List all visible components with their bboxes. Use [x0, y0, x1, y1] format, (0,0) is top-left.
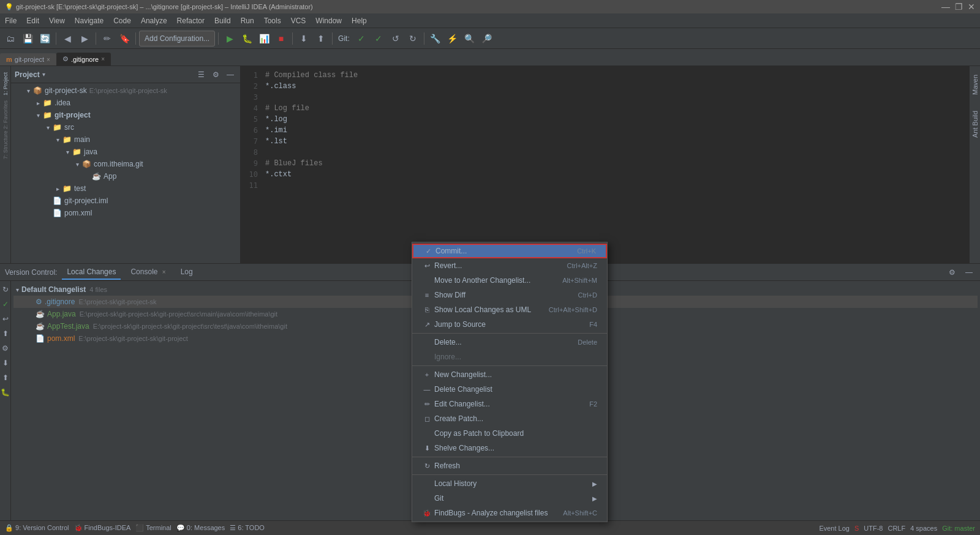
tree-git-project[interactable]: ▾ 📁 git-project: [11, 109, 240, 121]
toolbar-coverage-icon[interactable]: 📊: [256, 31, 272, 47]
toolbar-run-icon[interactable]: ▶: [222, 31, 238, 47]
ctx-jump-source[interactable]: ↗ Jump to Source F4: [412, 317, 607, 332]
toolbar-back-icon[interactable]: ◀: [59, 31, 75, 47]
menu-refactor[interactable]: Refactor: [172, 15, 209, 26]
console-close[interactable]: ×: [162, 269, 166, 275]
ctx-local-history[interactable]: Local History ▶: [412, 476, 607, 491]
tree-java[interactable]: ▾ 📁 java: [11, 146, 240, 158]
menu-tools[interactable]: Tools: [259, 15, 286, 26]
vc-refresh[interactable]: ↻: [1, 283, 10, 296]
toolbar-find-icon[interactable]: 🔎: [479, 31, 495, 47]
tree-test[interactable]: ▸ 📁 test: [11, 182, 240, 195]
ant-build-panel-icon[interactable]: Ant Build: [970, 103, 980, 146]
ctx-git[interactable]: Git ▶: [412, 491, 607, 506]
status-event-log[interactable]: Event Log: [819, 525, 850, 532]
toolbar-git-check2[interactable]: ✓: [371, 31, 386, 47]
tree-package[interactable]: ▾ 📦 com.itheima.git: [11, 158, 240, 170]
menu-help[interactable]: Help: [347, 15, 372, 26]
tab-local-changes[interactable]: Local Changes: [62, 265, 121, 280]
toolbar-debug-icon[interactable]: 🐛: [239, 31, 255, 47]
tab-git-project[interactable]: m git-project ×: [0, 53, 56, 65]
sidebar-item-favorites[interactable]: 2: Favorites: [1, 99, 10, 130]
menu-vcs[interactable]: VCS: [286, 15, 311, 26]
vc-check[interactable]: ✓: [1, 298, 10, 310]
tree-main[interactable]: ▾ 📁 main: [11, 133, 240, 146]
ctx-create-patch[interactable]: ◻ Create Patch...: [412, 411, 607, 426]
status-todo[interactable]: ☰ 6: TODO: [230, 524, 265, 532]
toolbar-edit-icon[interactable]: ✏: [99, 31, 115, 47]
vc-settings2[interactable]: ⚙: [1, 342, 10, 354]
ctx-commit[interactable]: ✓ Commit... Ctrl+K: [412, 244, 607, 258]
close-button[interactable]: ✕: [968, 2, 975, 12]
status-messages[interactable]: 💬 0: Messages: [176, 524, 225, 532]
menu-code[interactable]: Code: [108, 15, 136, 26]
tree-pom[interactable]: 📄 pom.xml: [11, 207, 240, 219]
toolbar-git-icon4[interactable]: ↻: [405, 31, 421, 47]
maximize-button[interactable]: ❐: [955, 2, 963, 12]
vc-arrow-up[interactable]: ⬆: [1, 327, 10, 340]
tree-src[interactable]: ▾ 📁 src: [11, 121, 240, 133]
toolbar-forward-icon[interactable]: ▶: [77, 31, 92, 47]
ctx-edit-changelist[interactable]: ✏ Edit Changelist... F2: [412, 397, 607, 411]
toolbar-config-dropdown[interactable]: Add Configuration...: [139, 31, 215, 47]
toolbar-stop-icon[interactable]: ■: [273, 31, 289, 47]
tab-close-git-project[interactable]: ×: [47, 56, 50, 63]
ctx-show-diff[interactable]: ≡ Show Diff Ctrl+D: [412, 288, 607, 302]
tab-gitignore[interactable]: ⚙ .gitignore ×: [56, 53, 111, 65]
toolbar-commit-icon[interactable]: ⬆: [313, 31, 329, 47]
status-encoding[interactable]: UTF-8: [864, 525, 883, 532]
status-spaces[interactable]: 4 spaces: [910, 525, 937, 532]
ctx-delete-changelist[interactable]: — Delete Changelist: [412, 382, 607, 397]
ctx-move-changelist[interactable]: Move to Another Changelist... Alt+Shift+…: [412, 273, 607, 288]
vc-upload[interactable]: ⬆: [1, 372, 10, 384]
toolbar-update-icon[interactable]: ⬇: [296, 31, 312, 47]
status-findbugs[interactable]: 🐞 FindBugs-IDEA: [74, 524, 131, 532]
sidebar-item-project[interactable]: 1: Project: [1, 69, 10, 99]
tab-log[interactable]: Log: [176, 265, 198, 280]
toolbar-git-check[interactable]: ✓: [353, 31, 369, 47]
status-terminal[interactable]: ⬛ Terminal: [135, 524, 171, 532]
toolbar-project-icon[interactable]: 🗂: [2, 31, 18, 47]
sidebar-item-structure[interactable]: 7: Structure: [1, 130, 10, 160]
toolbar-bookmark-icon[interactable]: 🔖: [116, 31, 132, 47]
tab-console[interactable]: Console ×: [126, 265, 170, 280]
tree-root[interactable]: ▾ 📦 git-project-sk E:\project-sk\git-pro…: [11, 84, 240, 97]
toolbar-search-icon[interactable]: 🔍: [462, 31, 478, 47]
maven-panel-icon[interactable]: Maven: [970, 66, 980, 103]
toolbar-git-icon5[interactable]: 🔧: [428, 31, 443, 47]
ctx-shelve[interactable]: ⬇ Shelve Changes...: [412, 441, 607, 455]
status-line-ending[interactable]: CRLF: [888, 525, 905, 532]
vc-revert[interactable]: ↩: [1, 313, 10, 325]
toolbar-save-icon[interactable]: 💾: [20, 31, 36, 47]
vc-bug[interactable]: 🐛: [1, 386, 10, 398]
menu-edit[interactable]: Edit: [21, 15, 44, 26]
panel-settings[interactable]: ⚙: [209, 69, 222, 81]
ctx-show-uml[interactable]: ⎘ Show Local Changes as UML Ctrl+Alt+Shi…: [412, 302, 607, 317]
toolbar-git-icon6[interactable]: ⚡: [445, 31, 461, 47]
tab-close-gitignore[interactable]: ×: [101, 56, 105, 62]
vc-download[interactable]: ⬇: [1, 357, 10, 369]
menu-view[interactable]: View: [44, 15, 70, 26]
ctx-delete[interactable]: Delete... Delete: [412, 335, 607, 350]
menu-build[interactable]: Build: [209, 15, 236, 26]
editor-content[interactable]: 1 # Compiled class file 2 *.class 3 4 # …: [241, 66, 969, 263]
status-version-control[interactable]: 🔒 9: Version Control: [5, 524, 69, 532]
menu-file[interactable]: File: [0, 15, 21, 26]
panel-dropdown-icon[interactable]: ▾: [42, 71, 45, 78]
bottom-hide[interactable]: —: [963, 266, 975, 279]
ctx-revert[interactable]: ↩ Revert... Ctrl+Alt+Z: [412, 258, 607, 273]
toolbar-sync-icon[interactable]: 🔄: [37, 31, 53, 47]
ctx-findbugs[interactable]: 🐞 FindBugs - Analyze changelist files Al…: [412, 506, 607, 520]
menu-window[interactable]: Window: [311, 15, 347, 26]
menu-run[interactable]: Run: [236, 15, 259, 26]
bottom-settings[interactable]: ⚙: [946, 266, 958, 279]
tree-idea[interactable]: ▸ 📁 .idea: [11, 97, 240, 109]
panel-collapse-all[interactable]: ☰: [195, 69, 207, 81]
tree-app[interactable]: ☕ App: [11, 170, 240, 182]
minimize-button[interactable]: —: [941, 2, 950, 12]
menu-navigate[interactable]: Navigate: [70, 15, 108, 26]
tree-iml[interactable]: 📄 git-project.iml: [11, 195, 240, 207]
panel-hide[interactable]: —: [224, 69, 236, 81]
status-branch[interactable]: Git: master: [942, 525, 975, 532]
ctx-refresh[interactable]: ↻ Refresh: [412, 458, 607, 473]
